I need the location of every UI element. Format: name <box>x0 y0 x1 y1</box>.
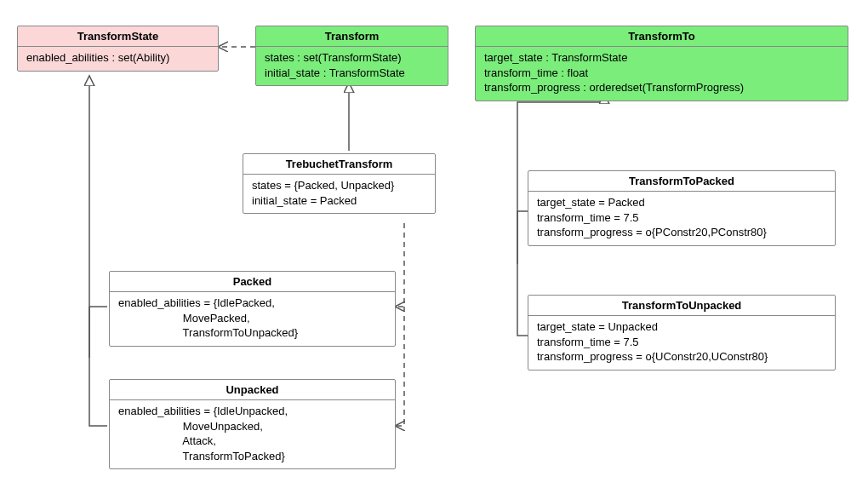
class-body: enabled_abilities = {IdlePacked, MovePac… <box>110 292 395 346</box>
class-body: states : set(TransformState) initial_sta… <box>256 47 448 85</box>
class-title: TransformTo <box>476 26 848 47</box>
class-title: Packed <box>110 272 395 292</box>
class-body: target_state = Packed transform_time = 7… <box>528 192 835 245</box>
class-title: TransformToUnpacked <box>528 296 835 316</box>
class-body: states = {Packed, Unpacked} initial_stat… <box>243 175 435 213</box>
class-body: enabled_abilities : set(Ability) <box>18 47 218 71</box>
class-body: target_state = Unpacked transform_time =… <box>528 316 835 370</box>
class-packed: Packed enabled_abilities = {IdlePacked, … <box>109 271 396 347</box>
class-transform-to: TransformTo target_state : TransformStat… <box>475 26 848 101</box>
class-title: TrebuchetTransform <box>243 154 435 175</box>
class-transform-state: TransformState enabled_abilities : set(A… <box>17 26 219 72</box>
class-transform: Transform states : set(TransformState) i… <box>255 26 448 86</box>
class-body: target_state : TransformState transform_… <box>476 47 848 101</box>
class-title: TransformState <box>18 26 218 47</box>
class-title: Transform <box>256 26 448 47</box>
class-transform-to-packed: TransformToPacked target_state = Packed … <box>528 170 836 246</box>
class-unpacked: Unpacked enabled_abilities = {IdleUnpack… <box>109 379 396 469</box>
class-body: enabled_abilities = {IdleUnpacked, MoveU… <box>110 400 395 468</box>
class-title: Unpacked <box>110 380 395 400</box>
class-trebuchet-transform: TrebuchetTransform states = {Packed, Unp… <box>243 153 436 214</box>
class-transform-to-unpacked: TransformToUnpacked target_state = Unpac… <box>528 295 836 370</box>
class-title: TransformToPacked <box>528 171 835 192</box>
